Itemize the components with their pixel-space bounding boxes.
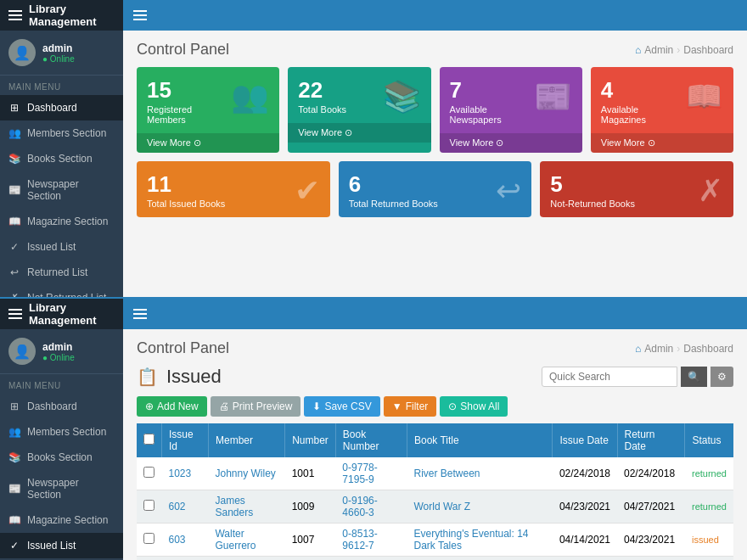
issued-table-wrapper: Issue Id Member Number Book Number Book …	[137, 423, 733, 560]
stat-card-issued-books-icon: ✔	[295, 173, 320, 209]
bottom-topbar-hamburger[interactable]	[133, 309, 147, 319]
row-issue-id: 603	[162, 524, 209, 557]
sidebar-item-issued-top[interactable]: ✓ Issued List	[0, 234, 123, 260]
issued-header: 📋 Issued 🔍 ⚙	[137, 366, 733, 388]
stat-card-members-icon: 👥	[231, 79, 269, 115]
sidebar-item-members-top[interactable]: 👥 Members Section	[0, 120, 123, 146]
stat-card-newspapers-top: 7 Available Newspapers 📰	[440, 67, 582, 133]
member-link-1[interactable]: James Sanders	[215, 495, 253, 518]
csv-label: Save CSV	[324, 400, 371, 412]
top-breadcrumb-admin: Admin	[644, 44, 673, 56]
book-title-link-2[interactable]: Everything's Eventual: 14 Dark Tales	[413, 528, 528, 552]
save-csv-button[interactable]: ⬇ Save CSV	[304, 396, 379, 417]
issue-id-link-0[interactable]: 1023	[169, 468, 192, 479]
stat-card-not-returned: 5 Not-Returned Books ✗	[540, 161, 733, 217]
add-new-button[interactable]: ⊕ Add New	[137, 396, 207, 417]
magazine-icon-top: 📖	[8, 216, 20, 227]
row-checkbox-1[interactable]	[143, 500, 154, 511]
stat-card-newspapers-num: 7	[450, 79, 534, 101]
sidebar-item-books-top[interactable]: 📚 Books Section	[0, 146, 123, 171]
top-breadcrumb-nav: ⌂ Admin › Dashboard	[635, 44, 733, 56]
row-issue-id: 602	[162, 490, 209, 524]
returned-icon-top: ↩	[8, 266, 20, 278]
stat-card-issued-books: 11 Total Issued Books ✔	[137, 161, 330, 217]
book-title-link-0[interactable]: River Between	[413, 468, 480, 479]
search-input[interactable]	[542, 367, 677, 387]
search-box: 🔍 ⚙	[542, 367, 733, 387]
search-button[interactable]: 🔍	[681, 367, 707, 387]
print-label: Print Preview	[233, 400, 293, 412]
dashboard-icon-bottom: ⊞	[8, 400, 20, 412]
sidebar-label-returned-top: Returned List	[27, 266, 87, 278]
top-hamburger-icon[interactable]	[8, 10, 22, 20]
th-status: Status	[685, 423, 733, 457]
member-link-0[interactable]: Johnny Wiley	[215, 468, 275, 479]
stat-card-books-info: 22 Total Books	[298, 79, 346, 115]
bottom-hamburger-icon[interactable]	[8, 309, 22, 319]
row-checkbox-0[interactable]	[143, 467, 154, 478]
sidebar-item-newspaper-top[interactable]: 📰 Newspaper Section	[0, 171, 123, 209]
top-breadcrumb-sep: ›	[677, 44, 680, 56]
bottom-content-area: Control Panel ⌂ Admin › Dashboard 📋 Issu…	[123, 329, 747, 560]
bottom-main-menu-label: Main Menu	[0, 374, 123, 394]
stat-card-issued-books-top: 11 Total Issued Books ✔	[137, 161, 330, 217]
book-number-link-1[interactable]: 0-9196-4660-3	[342, 495, 377, 518]
sidebar-label-newspaper-bottom: Newspaper Section	[27, 477, 115, 501]
sidebar-label-dashboard-top: Dashboard	[27, 102, 77, 114]
bottom-user-status: ● Online	[42, 353, 75, 362]
sidebar-item-magazine-top[interactable]: 📖 Magazine Section	[0, 209, 123, 234]
book-number-link-2[interactable]: 0-8513-9612-7	[342, 528, 377, 552]
stat-card-issued-books-num: 11	[147, 173, 225, 195]
stat-card-returned-books: 6 Total Returned Books ↩	[339, 161, 532, 217]
not-returned-icon-top: ✗	[8, 292, 20, 297]
row-return-date: 04/24/2021	[617, 557, 685, 561]
th-issue-date: Issue Date	[553, 423, 617, 457]
sidebar-item-issued-bottom[interactable]: ✓ Issued List	[0, 533, 123, 558]
stat-card-returned-books-num: 6	[349, 173, 438, 195]
bottom-breadcrumb-admin: Admin	[644, 343, 673, 355]
row-member: Johnny Wiley	[208, 457, 284, 490]
select-all-checkbox[interactable]	[143, 434, 154, 445]
member-link-2[interactable]: Walter Guerrero	[215, 528, 256, 552]
top-topbar-hamburger[interactable]	[133, 10, 147, 20]
filter-button[interactable]: ▼ Filter	[384, 396, 437, 417]
sidebar-item-magazine-bottom[interactable]: 📖 Magazine Section	[0, 507, 123, 533]
th-book-title: Book Title	[407, 423, 552, 457]
sidebar-item-dashboard-top[interactable]: ⊞ Dashboard	[0, 95, 123, 120]
sidebar-item-newspaper-bottom[interactable]: 📰 Newspaper Section	[0, 470, 123, 507]
stat-card-magazines-footer[interactable]: View More ⊙	[591, 133, 733, 153]
row-issue-id: 609	[162, 557, 209, 561]
row-book-number: 0-9778-7195-9	[335, 557, 407, 561]
sidebar-item-books-bottom[interactable]: 📚 Books Section	[0, 445, 123, 470]
book-title-link-1[interactable]: World War Z	[413, 501, 470, 512]
print-preview-button[interactable]: 🖨 Print Preview	[211, 396, 301, 417]
row-issue-id: 1023	[162, 457, 209, 490]
row-checkbox-2[interactable]	[143, 533, 154, 544]
row-number: 1001	[285, 457, 336, 490]
sidebar-item-returned-top[interactable]: ↩ Returned List	[0, 260, 123, 285]
top-username: admin	[42, 42, 75, 54]
sidebar-item-members-bottom[interactable]: 👥 Members Section	[0, 419, 123, 445]
stat-card-magazines-info: 4 Available Magazines	[601, 79, 685, 125]
sidebar-item-not-returned-top[interactable]: ✗ Not Returned List	[0, 285, 123, 297]
stat-card-magazines-icon: 📖	[685, 79, 723, 115]
row-checkbox-cell	[137, 524, 162, 557]
th-number: Number	[285, 423, 336, 457]
issue-id-link-1[interactable]: 602	[169, 501, 186, 512]
search-gear-button[interactable]: ⚙	[710, 367, 733, 387]
stat-card-newspapers-footer[interactable]: View More ⊙	[440, 133, 582, 153]
issue-id-link-2[interactable]: 603	[169, 534, 186, 546]
sidebar-label-books-top: Books Section	[27, 153, 93, 165]
stat-card-not-returned-info: 5 Not-Returned Books	[550, 173, 635, 209]
row-status: returned	[685, 490, 733, 524]
stat-card-books-footer[interactable]: View More ⊙	[288, 123, 430, 143]
stat-card-members-footer[interactable]: View More ⊙	[137, 133, 279, 153]
top-main-menu-label: Main Menu	[0, 76, 123, 95]
top-sidebar-user: 👤 admin ● Online	[0, 31, 123, 76]
show-all-button[interactable]: ⊙ Show All	[440, 396, 508, 417]
book-number-link-0[interactable]: 0-9778-7195-9	[342, 462, 377, 485]
sidebar-item-dashboard-bottom[interactable]: ⊞ Dashboard	[0, 394, 123, 419]
top-content-area: Control Panel ⌂ Admin › Dashboard 15	[123, 31, 747, 297]
stat-card-members-num: 15	[147, 79, 231, 101]
bottom-sidebar-user: 👤 admin ● Online	[0, 329, 123, 374]
